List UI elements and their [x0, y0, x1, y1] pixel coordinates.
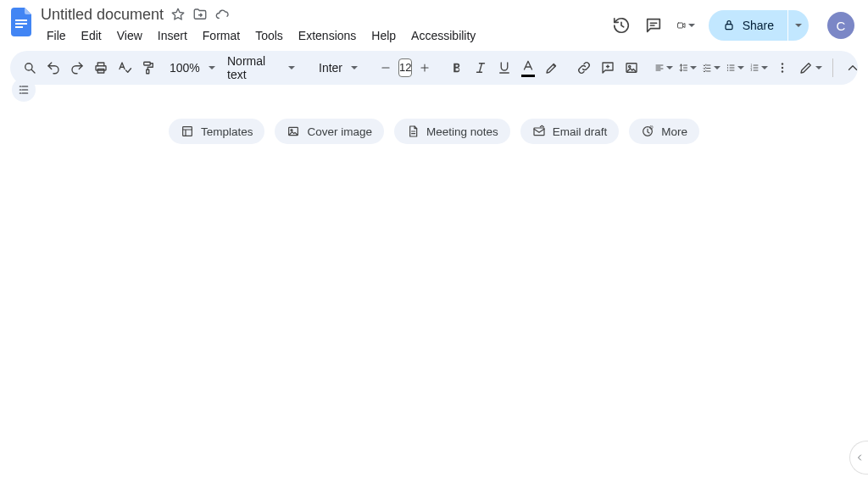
menu-help[interactable]: Help	[365, 27, 402, 44]
svg-point-13	[727, 67, 728, 68]
suggestion-chips: Templates Cover image Meeting notes Emai…	[0, 119, 868, 144]
svg-rect-2	[15, 26, 23, 28]
caret-down-icon	[795, 24, 802, 27]
cloud-status-icon[interactable]	[214, 7, 230, 22]
menu-file[interactable]: File	[41, 27, 72, 44]
caret-down-icon	[209, 66, 215, 69]
share-label: Share	[743, 19, 774, 32]
chip-more[interactable]: @ More	[629, 119, 699, 144]
toolbar: 100% Normal text Inter 12 123	[10, 51, 858, 85]
chip-templates[interactable]: Templates	[169, 119, 265, 144]
chip-meeting-notes[interactable]: Meeting notes	[394, 119, 510, 144]
caret-down-icon	[815, 66, 822, 69]
header: Untitled document File Edit View Insert …	[0, 0, 868, 44]
link-icon[interactable]	[573, 56, 595, 80]
menu-extensions[interactable]: Extensions	[292, 27, 362, 44]
svg-point-12	[727, 64, 728, 65]
redo-icon[interactable]	[66, 56, 88, 80]
svg-rect-21	[183, 127, 192, 136]
paragraph-style-dropdown[interactable]: Normal text	[219, 54, 300, 81]
header-right-actions: Share C	[612, 10, 858, 41]
comment-icon[interactable]	[644, 16, 663, 35]
document-title[interactable]: Untitled document	[41, 6, 164, 24]
svg-rect-7	[97, 69, 104, 74]
font-size-decrease[interactable]	[375, 56, 397, 80]
line-spacing-dropdown[interactable]	[676, 56, 698, 80]
caret-down-icon	[688, 24, 695, 27]
svg-point-5	[25, 64, 32, 70]
svg-point-20	[782, 70, 783, 72]
outline-toggle[interactable]	[12, 78, 36, 102]
title-area: Untitled document File Edit View Insert …	[41, 5, 612, 44]
share-button-group: Share	[709, 10, 809, 41]
svg-point-23	[291, 130, 292, 131]
share-dropdown[interactable]	[788, 10, 809, 41]
chip-email-draft[interactable]: Email draft	[520, 119, 620, 144]
collapse-toolbar-icon[interactable]	[842, 56, 864, 80]
insert-image-icon[interactable]	[620, 56, 643, 80]
docs-logo[interactable]	[10, 7, 34, 37]
star-icon[interactable]	[170, 7, 186, 22]
chip-cover-image[interactable]: Cover image	[275, 119, 384, 144]
move-folder-icon[interactable]	[192, 7, 208, 22]
svg-point-11	[629, 65, 631, 67]
caret-down-icon	[690, 66, 697, 69]
svg-point-14	[727, 69, 728, 70]
underline-icon[interactable]	[493, 56, 515, 80]
zoom-dropdown[interactable]: 100%	[161, 61, 209, 75]
menu-bar: File Edit View Insert Format Tools Exten…	[41, 27, 612, 44]
svg-rect-4	[726, 25, 732, 30]
svg-rect-1	[15, 23, 27, 25]
checklist-dropdown[interactable]	[700, 56, 722, 80]
add-comment-icon[interactable]	[597, 56, 619, 80]
svg-text:@: @	[649, 125, 654, 130]
caret-down-icon	[737, 66, 744, 69]
history-icon[interactable]	[612, 16, 631, 35]
menu-format[interactable]: Format	[197, 27, 246, 44]
print-icon[interactable]	[90, 56, 112, 80]
numbered-list-dropdown[interactable]: 123	[748, 56, 770, 80]
caret-down-icon	[288, 66, 295, 69]
text-color-icon[interactable]	[517, 56, 539, 80]
menu-tools[interactable]: Tools	[249, 27, 289, 44]
bold-icon[interactable]	[446, 56, 468, 80]
share-button[interactable]: Share	[709, 10, 787, 41]
svg-rect-24	[534, 128, 544, 136]
font-size-increase[interactable]	[414, 56, 436, 80]
font-dropdown[interactable]: Inter	[310, 61, 364, 75]
menu-accessibility[interactable]: Accessibility	[405, 27, 481, 44]
more-options-icon[interactable]	[771, 56, 793, 80]
svg-rect-3	[677, 23, 682, 28]
svg-point-19	[782, 67, 783, 69]
caret-down-icon	[666, 66, 673, 69]
spellcheck-icon[interactable]	[114, 56, 136, 80]
highlight-icon[interactable]	[541, 56, 563, 80]
svg-rect-8	[144, 62, 151, 65]
caret-down-icon	[761, 66, 768, 69]
align-dropdown[interactable]	[653, 56, 675, 80]
search-menus-icon[interactable]	[19, 56, 41, 80]
bullet-list-dropdown[interactable]	[724, 56, 746, 80]
menu-view[interactable]: View	[111, 27, 148, 44]
font-size-input[interactable]: 12	[398, 58, 412, 77]
separator	[832, 58, 833, 77]
svg-text:3: 3	[751, 69, 753, 72]
editing-mode-dropdown[interactable]	[797, 56, 824, 80]
caret-down-icon	[714, 66, 721, 69]
undo-icon[interactable]	[42, 56, 64, 80]
video-call-icon[interactable]	[676, 16, 695, 35]
paint-format-icon[interactable]	[137, 56, 159, 80]
svg-rect-0	[15, 19, 27, 21]
svg-point-18	[782, 63, 783, 64]
side-panel-toggle[interactable]	[849, 441, 868, 475]
caret-down-icon	[351, 66, 358, 69]
menu-edit[interactable]: Edit	[75, 27, 108, 44]
italic-icon[interactable]	[470, 56, 492, 80]
menu-insert[interactable]: Insert	[152, 27, 193, 44]
svg-rect-9	[147, 69, 149, 74]
account-avatar[interactable]: C	[827, 12, 854, 39]
